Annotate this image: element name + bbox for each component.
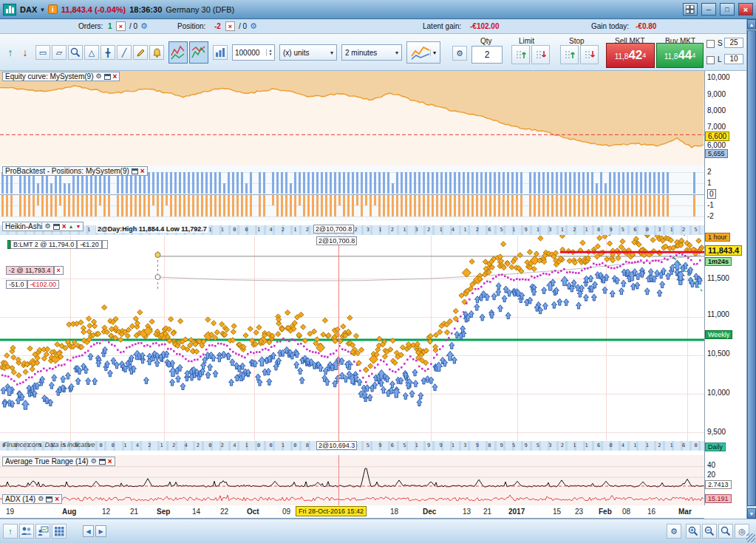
open-position-tag[interactable]: -2 @ 11,793.4 × (6, 266, 64, 275)
sell-stop-button[interactable] (580, 45, 599, 64)
close-icon[interactable]: × (140, 168, 145, 175)
symbol-name[interactable]: DAX (20, 5, 37, 14)
daily-level-tag[interactable]: Daily (705, 443, 726, 451)
close-icon[interactable]: × (55, 496, 59, 503)
candlestick-pattern-button-1[interactable] (168, 41, 188, 64)
chevron-down-icon[interactable]: ▾ (430, 49, 436, 56)
close-position-icon[interactable]: × (54, 266, 64, 275)
close-position-button[interactable]: × (225, 21, 235, 31)
time-axis-label: Aug (62, 508, 76, 516)
new-order-button[interactable]: ↑ (3, 524, 18, 539)
position-suffix: / 0 (239, 22, 247, 30)
zoom-in-button[interactable] (686, 524, 701, 539)
select-tool-button[interactable]: ▭ (35, 45, 50, 60)
buy-stop-button[interactable] (560, 45, 579, 64)
buy-limit-button[interactable] (511, 45, 530, 64)
close-icon[interactable]: × (62, 223, 67, 230)
adx-chart[interactable] (0, 493, 704, 506)
zoom-out-button[interactable] (702, 524, 717, 539)
scroll-up-button[interactable]: ▲ (747, 19, 756, 30)
window-icon[interactable] (53, 224, 60, 230)
wrench-icon[interactable]: ⚙ (91, 458, 97, 465)
window-icon[interactable] (46, 496, 52, 502)
candlestick-pattern-button-2[interactable] (189, 41, 208, 64)
atr-current-value: 2.7413 (705, 480, 732, 489)
alert-tool-button[interactable] (149, 45, 164, 60)
quantity-stepper[interactable]: 100000 ▲▼ (232, 44, 275, 61)
units-dropdown[interactable]: (x) units ▾ (279, 44, 337, 61)
buy-limit-order-tag[interactable]: B:LMT 2 @ 11,794.0 -€1.20 (7, 240, 108, 249)
layout-grid-button[interactable] (683, 3, 698, 16)
grid-icon (55, 527, 64, 536)
step-down-icon[interactable]: ▼ (267, 52, 274, 56)
stop-checkbox[interactable] (706, 40, 715, 48)
wrench-icon[interactable]: ⚙ (95, 73, 101, 80)
sell-price-main: 42 (628, 48, 642, 62)
window-icon[interactable] (132, 168, 138, 174)
orders-settings-gear-icon[interactable]: ⚙ (140, 21, 148, 31)
vertical-scrollbar[interactable]: ▲ ▼ (746, 19, 756, 519)
cancel-order-icon[interactable] (102, 240, 108, 249)
shared-workspaces-button[interactable] (19, 524, 34, 539)
buy-market-button[interactable]: 11,8444 (656, 43, 704, 68)
minimize-button[interactable]: ─ (701, 3, 716, 16)
eraser-tool-button[interactable]: ▱ (52, 45, 67, 60)
last-price-axis-label: 11,843.4 (705, 245, 742, 256)
pencil-tool-button[interactable] (133, 45, 148, 60)
price-chart[interactable] (0, 221, 704, 456)
equity-current-value: 6,600 (705, 132, 729, 141)
limit-checkbox[interactable] (706, 56, 715, 64)
scroll-left-button[interactable]: ◀ (83, 525, 94, 537)
scale-down-icon[interactable]: ▼ (75, 224, 81, 229)
window-icon[interactable] (99, 459, 106, 465)
wrench-icon[interactable]: ⚙ (38, 496, 44, 502)
resize-grip[interactable] (746, 533, 755, 542)
indicator-button[interactable] (213, 45, 228, 60)
maximize-button[interactable]: □ (720, 3, 735, 16)
close-icon[interactable]: × (113, 73, 118, 81)
window-icon[interactable] (104, 74, 111, 80)
user-screen-button[interactable] (35, 524, 50, 539)
step-arrows[interactable]: ▲▼ (266, 49, 274, 56)
crosshair-tool-button[interactable]: ╋ (101, 45, 115, 60)
sell-limit-button[interactable] (531, 45, 550, 64)
trendline-tool-button[interactable]: ╱ (117, 45, 132, 60)
order-settings-wrench-button[interactable]: ⚙ (452, 46, 467, 61)
wrench-icon[interactable]: ⚙ (45, 223, 51, 230)
stop-distance-input[interactable]: 25 (724, 38, 743, 48)
stop-label: Stop (569, 37, 585, 45)
position-settings-gear-icon[interactable]: ⚙ (250, 21, 257, 31)
close-button[interactable]: × (738, 3, 753, 16)
open-position-text: -2 @ 11,793.4 (6, 266, 54, 275)
timeframe-dropdown[interactable]: 2 minutes ▾ (341, 44, 402, 61)
zoom-reset-button[interactable] (718, 524, 733, 539)
limit-l-label: L (718, 55, 722, 64)
time-axis[interactable]: 19 Aug 12 21 Sep 14 22 Oct 09 Fri 28-Oct… (0, 505, 704, 519)
order-qty-input[interactable]: 2 (471, 46, 503, 64)
crosshair-price-label-bottom: 2@10,694.3 (316, 441, 357, 450)
hour-timeframe-tag[interactable]: 1 hour (705, 233, 730, 242)
scroll-right-button[interactable]: ▶ (95, 525, 106, 537)
position-pl: -€102.00 (27, 280, 60, 289)
cancel-orders-button[interactable]: × (116, 21, 126, 31)
scrollbar-thumb[interactable] (747, 30, 756, 506)
equity-curve-chart[interactable] (0, 71, 704, 166)
chart-style-button[interactable]: ▾ (406, 41, 440, 64)
zoom-tool-button[interactable] (68, 45, 83, 60)
close-icon[interactable]: × (108, 458, 112, 465)
buy-arrow-tool-button[interactable]: ↑ (3, 45, 18, 60)
info-icon[interactable]: i (48, 4, 58, 14)
scale-up-icon[interactable]: ▲ (69, 224, 74, 229)
polygon-tool-button[interactable]: △ (84, 45, 99, 60)
equity-axis-label: 8,000 (707, 106, 726, 115)
chart-settings-wrench-button[interactable]: ⚙ (667, 524, 681, 539)
atr-axis-label: 20 (707, 471, 715, 479)
scroll-down-button[interactable]: ▼ (747, 508, 756, 519)
quantity-value[interactable]: 100000 (233, 49, 266, 57)
limit-distance-input[interactable]: 10 (724, 54, 743, 64)
chevron-down-icon[interactable]: ▾ (41, 6, 44, 13)
workspace-grid-button[interactable] (52, 524, 67, 539)
sell-market-button[interactable]: 11,8424 (606, 43, 655, 68)
weekly-level-tag[interactable]: Weekly (705, 330, 732, 339)
sell-arrow-tool-button[interactable]: ↓ (18, 45, 33, 60)
